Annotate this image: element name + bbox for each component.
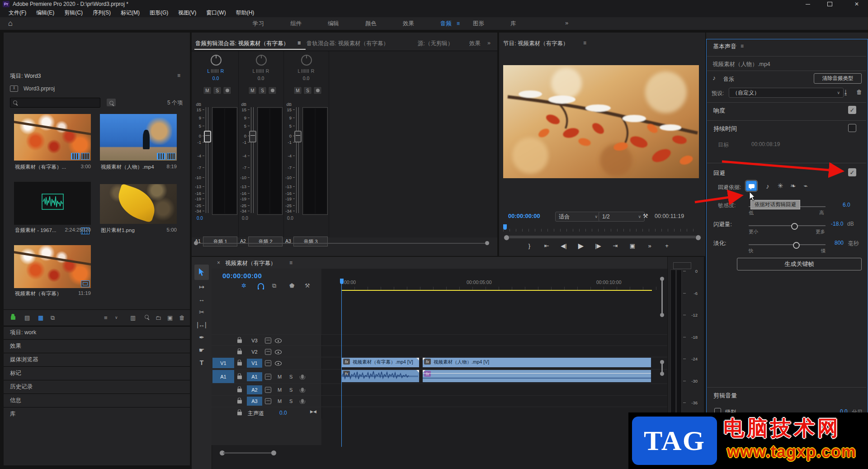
record-arm-button[interactable] (268, 86, 277, 95)
mixer-scrollbar-right-handle[interactable] (485, 241, 489, 245)
project-item-name[interactable]: 图片素材1.png (101, 227, 135, 234)
menu-item[interactable]: 视图(V) (173, 9, 201, 17)
menu-item[interactable]: 窗口(W) (201, 9, 231, 17)
menu-item[interactable]: 剪辑(C) (59, 9, 88, 17)
add-marker-button[interactable]: } (526, 242, 533, 249)
toggle-track-output-eye-icon[interactable] (275, 360, 282, 366)
project-item-thumbnail[interactable] (100, 184, 177, 224)
maximize-button[interactable] (819, 0, 840, 8)
audio-scroll-bottom-handle[interactable] (660, 372, 664, 376)
essential-sound-menu-icon[interactable]: ≡ (741, 43, 744, 49)
mute-button[interactable]: M (203, 86, 212, 95)
channel-volume-value[interactable]: 0.0 (242, 216, 248, 221)
duration-section-label[interactable]: 持续时间 (713, 125, 737, 133)
freeform-view-icon[interactable]: ⧉ (51, 314, 55, 322)
solo-button[interactable]: S (289, 374, 292, 379)
mute-button[interactable]: M (278, 398, 282, 404)
duck-amount-value[interactable]: -18.0 (831, 221, 843, 227)
record-arm-button[interactable] (313, 86, 322, 95)
timeline-menu-icon[interactable]: ≡ (289, 260, 292, 266)
toggle-track-output-eye-icon[interactable] (275, 348, 282, 355)
track-target-A1[interactable]: A1 (247, 372, 262, 381)
project-item-name[interactable]: 音频素材 - 1967... (15, 227, 56, 234)
lock-icon[interactable] (237, 373, 242, 379)
fade-value[interactable]: 800 (835, 240, 844, 246)
channel-volume-value[interactable]: 0.0 (197, 216, 203, 221)
solo-button[interactable]: S (303, 86, 312, 95)
record-arm-button[interactable] (223, 86, 231, 95)
duration-checkbox[interactable] (848, 124, 856, 132)
track-target-V3[interactable]: V3 (247, 336, 262, 345)
timeline-hscroll-right-handle[interactable] (271, 450, 276, 455)
lock-icon[interactable] (237, 397, 242, 403)
selection-tool[interactable] (194, 265, 209, 280)
go-to-out-button[interactable]: ⇥ (612, 242, 618, 249)
voiceover-mic-icon[interactable] (301, 388, 304, 392)
fader-track[interactable] (206, 107, 208, 213)
panel-tab-效果[interactable]: 效果 (4, 339, 190, 353)
slip-tool[interactable]: |↔| (192, 321, 212, 328)
program-mini-ruler[interactable] (503, 226, 699, 232)
track-target-A2[interactable]: A2 (247, 385, 262, 394)
channel-volume-value[interactable]: 0.0 (287, 216, 293, 221)
home-icon[interactable]: ⌂ (5, 18, 16, 29)
preset-dropdown[interactable]: （自定义）∨ (729, 88, 844, 98)
sync-lock-icon[interactable] (265, 374, 271, 379)
lock-icon[interactable] (237, 386, 242, 392)
workspace-tab-学习[interactable]: 学习 (240, 20, 277, 28)
project-item-name[interactable]: 视频素材（人物）.mp4 (101, 164, 154, 171)
sensitivity-value[interactable]: 6.0 (843, 202, 850, 208)
go-to-in-button[interactable]: ⇤ (543, 242, 550, 249)
source-patch-A1[interactable]: A1 (212, 370, 234, 383)
automate-sequence-icon[interactable]: ▥ (130, 314, 136, 321)
solo-button[interactable]: S (258, 86, 267, 95)
voiceover-mic-icon[interactable] (301, 374, 304, 379)
linked-selection-icon[interactable]: ⧉ (272, 282, 276, 289)
track-name-box[interactable]: 音频 2 (248, 237, 283, 246)
workspace-tab-组件[interactable]: 组件 (277, 20, 315, 28)
pan-knob[interactable] (301, 55, 312, 66)
program-scrollbar-left-handle[interactable] (504, 235, 509, 241)
duck-amount-slider-handle[interactable] (791, 223, 798, 230)
mute-button[interactable]: M (248, 86, 257, 95)
pan-value[interactable]: 0.0 (283, 76, 329, 81)
panel-tab-信息[interactable]: 信息 (4, 393, 190, 407)
mixer-tab-menu-icon[interactable]: ≡ (297, 40, 301, 46)
find-icon[interactable] (145, 315, 149, 319)
timeline-clip[interactable]: fx视频素材（人物）.mp4 [V] (422, 357, 651, 368)
fade-slider-handle[interactable] (793, 242, 800, 249)
new-item-icon[interactable]: ▣ (167, 314, 173, 321)
save-preset-icon[interactable]: ⭳ (843, 89, 849, 96)
project-item-thumbnail[interactable] (14, 182, 91, 225)
workspace-overflow-icon[interactable]: » (565, 19, 568, 26)
timeline-clip[interactable]: fx (341, 370, 420, 383)
lock-icon[interactable] (237, 336, 242, 343)
workspace-tab-menu-icon[interactable]: ≡ (457, 20, 460, 27)
settings-wrench-icon[interactable]: ⚒ (643, 213, 648, 219)
panel-tab-库[interactable]: 库 (4, 407, 190, 421)
new-bin-icon[interactable]: 🗀 (156, 314, 161, 321)
export-frame-button[interactable]: ▣ (629, 242, 636, 249)
menu-item[interactable]: 图形(G) (145, 9, 173, 17)
track-name-box[interactable]: 音频 3 (293, 237, 328, 246)
project-item-name[interactable]: 视频素材（有字幕）... (15, 164, 66, 171)
fx-badge[interactable]: fx (343, 359, 350, 365)
fader-handle[interactable] (249, 131, 256, 142)
mixer-tab-3[interactable]: 效果 (469, 40, 481, 47)
duck-against-sfx-icon[interactable]: ✳ (775, 181, 786, 191)
project-item-thumbnail[interactable] (14, 245, 91, 288)
program-panel-tab[interactable]: 节目: 视频素材（有字幕） (503, 40, 568, 47)
fader-track[interactable] (251, 107, 254, 213)
lock-icon[interactable] (237, 348, 242, 354)
timeline-hscroll-handle[interactable] (223, 452, 273, 454)
pan-knob[interactable] (256, 55, 267, 66)
program-panel-menu-icon[interactable]: ≡ (583, 40, 586, 46)
fader-track[interactable] (296, 107, 299, 213)
track-target-V1[interactable]: V1 (247, 359, 262, 368)
duck-against-dialogue-icon[interactable] (746, 181, 757, 191)
duck-against-music-icon[interactable]: ♪ (762, 181, 773, 191)
duck-amount-slider-track[interactable] (749, 225, 826, 226)
track-target-A3[interactable]: A3 (247, 397, 262, 406)
audio-scrollbar[interactable] (661, 363, 663, 373)
nest-sequence-icon[interactable]: ✲ (241, 282, 246, 289)
